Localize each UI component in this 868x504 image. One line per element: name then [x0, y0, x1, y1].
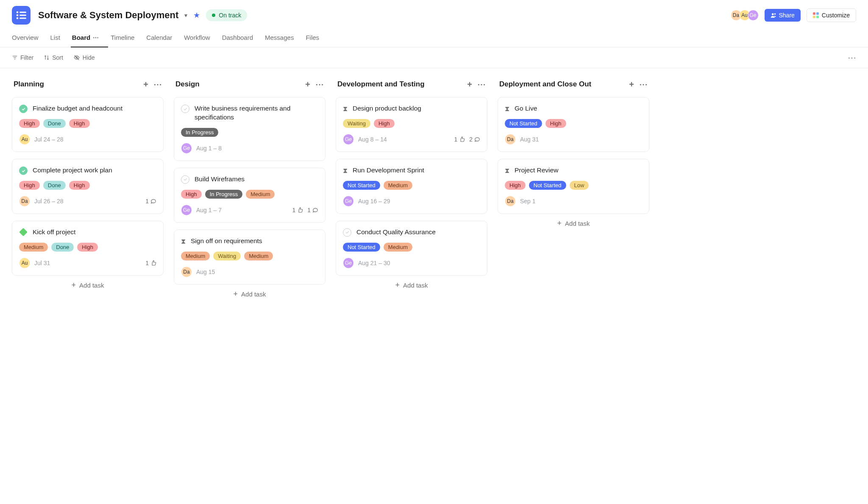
task-card[interactable]: Write business requirements and specific…	[174, 97, 326, 161]
column-more-icon[interactable]: ⋯	[315, 79, 324, 89]
task-card[interactable]: Complete project work planHighDoneHighDa…	[12, 159, 164, 214]
assignee-avatar[interactable]: Ge	[343, 134, 354, 145]
share-button[interactable]: Share	[765, 9, 801, 22]
likes-count[interactable]: 1	[454, 136, 465, 143]
member-avatars[interactable]: Da Au Ge	[731, 10, 759, 21]
assignee-avatar[interactable]: Au	[19, 134, 30, 145]
task-card[interactable]: ⧗Design product backlogWaitingHighGeAug …	[336, 97, 487, 152]
assignee-avatar[interactable]: Da	[181, 266, 192, 277]
tag[interactable]: High	[69, 119, 90, 128]
tag[interactable]: Medium	[244, 252, 273, 260]
tag[interactable]: Done	[43, 119, 66, 128]
assignee-avatar[interactable]: Ge	[181, 205, 192, 216]
project-icon[interactable]	[12, 6, 31, 25]
comments-count[interactable]: 1	[145, 198, 156, 205]
task-card[interactable]: Build WireframesHighIn ProgressMediumGeA…	[174, 168, 326, 223]
check-icon[interactable]	[181, 175, 189, 184]
assignee-avatar[interactable]: Da	[505, 196, 516, 207]
column-title[interactable]: Development and Testing	[337, 80, 425, 89]
tab-files[interactable]: Files	[306, 30, 319, 47]
tag[interactable]: High	[545, 119, 566, 128]
tag[interactable]: Medium	[384, 181, 412, 190]
tab-overview[interactable]: Overview	[12, 30, 39, 47]
tab-workflow[interactable]: Workflow	[184, 30, 210, 47]
tag[interactable]: Low	[570, 181, 589, 190]
tab-list[interactable]: List	[50, 30, 60, 47]
task-card[interactable]: ⧗Project ReviewHighNot StartedLowDaSep 1	[498, 159, 649, 214]
chevron-down-icon[interactable]: ▾	[184, 12, 187, 19]
tag[interactable]: High	[19, 181, 40, 190]
task-card[interactable]: Finalize budget and headcountHighDoneHig…	[12, 97, 164, 152]
column-more-icon[interactable]: ⋯	[477, 79, 486, 89]
add-task-button[interactable]: +Add task	[12, 276, 164, 295]
column-title[interactable]: Planning	[14, 80, 44, 89]
milestone-icon[interactable]	[19, 228, 28, 236]
tag[interactable]: High	[374, 119, 395, 128]
tag[interactable]: High	[69, 181, 90, 190]
tag[interactable]: Not Started	[505, 119, 542, 128]
tag[interactable]: In Progress	[205, 190, 242, 199]
tab-messages[interactable]: Messages	[265, 30, 294, 47]
add-card-icon[interactable]: +	[629, 80, 634, 89]
hourglass-icon[interactable]: ⧗	[343, 167, 348, 174]
star-icon[interactable]: ★	[193, 11, 200, 20]
check-done-icon[interactable]	[19, 105, 28, 113]
task-card[interactable]: ⧗Run Development SprintNot StartedMedium…	[336, 159, 487, 214]
assignee-avatar[interactable]: Da	[19, 196, 30, 207]
comments-count[interactable]: 1	[307, 207, 318, 213]
check-icon[interactable]	[343, 228, 351, 237]
tab-more-icon[interactable]: ⋯	[93, 34, 99, 41]
avatar[interactable]: Ge	[748, 10, 759, 21]
task-card[interactable]: Conduct Quality AssuranceNot StartedMedi…	[336, 221, 487, 276]
tab-dashboard[interactable]: Dashboard	[222, 30, 253, 47]
likes-count[interactable]: 1	[292, 207, 303, 213]
tag[interactable]: Medium	[181, 252, 210, 260]
tag[interactable]: High	[19, 119, 40, 128]
tab-calendar[interactable]: Calendar	[146, 30, 172, 47]
hourglass-icon[interactable]: ⧗	[505, 167, 509, 174]
tag[interactable]: Waiting	[343, 119, 370, 128]
tag[interactable]: High	[181, 190, 202, 199]
task-card[interactable]: Kick off projectMediumDoneHighAuJul 311	[12, 221, 164, 276]
hourglass-icon[interactable]: ⧗	[343, 105, 348, 113]
filter-button[interactable]: Filter	[12, 54, 33, 61]
tag[interactable]: Not Started	[529, 181, 566, 190]
column-title[interactable]: Deployment and Close Out	[499, 80, 591, 89]
hide-button[interactable]: Hide	[73, 54, 95, 61]
toolbar-more-icon[interactable]: ⋯	[848, 53, 856, 63]
tag[interactable]: High	[77, 243, 98, 252]
tag[interactable]: Medium	[384, 243, 412, 252]
assignee-avatar[interactable]: Ge	[343, 196, 354, 207]
tag[interactable]: Done	[43, 181, 66, 190]
customize-button[interactable]: Customize	[807, 8, 856, 22]
add-card-icon[interactable]: +	[467, 80, 472, 89]
task-card[interactable]: ⧗Go LiveNot StartedHighDaAug 31	[498, 97, 649, 152]
add-card-icon[interactable]: +	[305, 80, 310, 89]
tag[interactable]: In Progress	[181, 128, 218, 137]
sort-button[interactable]: Sort	[44, 54, 63, 61]
tab-timeline[interactable]: Timeline	[111, 30, 134, 47]
column-more-icon[interactable]: ⋯	[153, 79, 162, 89]
project-title[interactable]: Software & System Deployment	[38, 10, 178, 21]
task-card[interactable]: ⧗Sign off on requirementsMediumWaitingMe…	[174, 230, 326, 285]
assignee-avatar[interactable]: Au	[19, 258, 30, 269]
tag[interactable]: Medium	[19, 243, 48, 252]
tag[interactable]: Done	[51, 243, 74, 252]
status-pill[interactable]: On track	[206, 9, 247, 21]
assignee-avatar[interactable]: Da	[505, 134, 516, 145]
tag[interactable]: Not Started	[343, 243, 380, 252]
assignee-avatar[interactable]: Ge	[181, 143, 192, 154]
tag[interactable]: Waiting	[213, 252, 241, 260]
hourglass-icon[interactable]: ⧗	[181, 238, 186, 245]
add-task-button[interactable]: +Add task	[174, 285, 326, 304]
hourglass-icon[interactable]: ⧗	[505, 105, 509, 113]
likes-count[interactable]: 1	[145, 260, 156, 266]
add-card-icon[interactable]: +	[143, 80, 148, 89]
comments-count[interactable]: 2	[469, 136, 480, 143]
add-task-button[interactable]: +Add task	[498, 214, 649, 233]
column-title[interactable]: Design	[175, 80, 200, 89]
add-task-button[interactable]: +Add task	[336, 276, 487, 295]
assignee-avatar[interactable]: Ge	[343, 258, 354, 269]
tag[interactable]: Not Started	[343, 181, 380, 190]
column-more-icon[interactable]: ⋯	[639, 79, 648, 89]
